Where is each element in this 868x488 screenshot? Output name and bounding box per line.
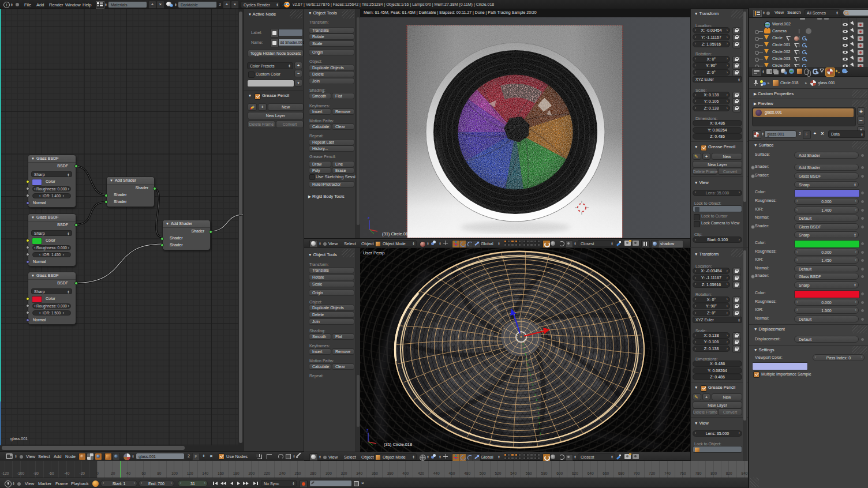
svg-text:(31) Circle.018: (31) Circle.018 <box>384 442 412 447</box>
svg-text:(31) Circle.018: (31) Circle.018 <box>382 231 410 237</box>
svg-text:User Persp: User Persp <box>363 250 385 256</box>
svg-text:z: z <box>366 428 369 432</box>
svg-text:z: z <box>368 216 370 220</box>
